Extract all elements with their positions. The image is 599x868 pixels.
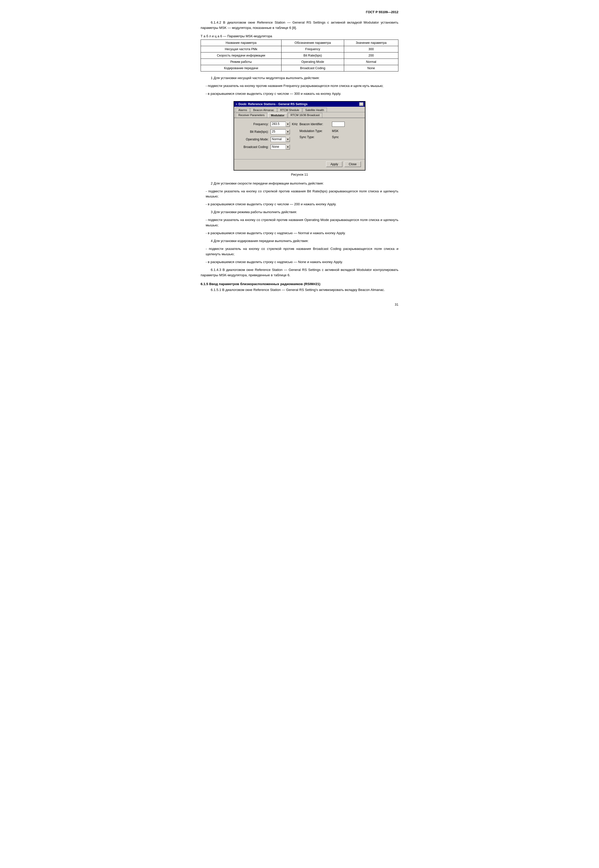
operating-mode-value: Normal — [271, 137, 286, 142]
param-name-2: Скорость передачи информации — [201, 52, 281, 59]
param-code-3: Operating Mode — [281, 59, 344, 65]
broadcast-coding-dropdown-arrow[interactable]: ▼ — [286, 144, 290, 150]
dialog-left-col: Frequency: 283.5 ▼ KHz Bit Rate(bps): 25… — [238, 122, 300, 152]
beacon-id-label: Beacon Identifier: — [300, 122, 330, 126]
tabs-row-1: Alarms Beacon Almanac RTCM Shedule Satel… — [234, 107, 365, 112]
param-name-3: Режим работы — [201, 59, 281, 65]
para1-dash2: - в раскрывшемся списке выделить строку … — [206, 91, 399, 96]
paragraph-2: 2 Для установки скорости передачи информ… — [200, 181, 399, 186]
titlebar-left: ≡ Doob: Reference Stations - General RS … — [236, 102, 308, 106]
dialog-body: Frequency: 283.5 ▼ KHz Bit Rate(bps): 25… — [234, 118, 365, 157]
frequency-label: Frequency: — [238, 122, 269, 126]
param-val-4: None — [344, 65, 398, 71]
dialog-title: Doob: Reference Stations - General RS Se… — [238, 102, 308, 106]
dialog-window: ≡ Doob: Reference Stations - General RS … — [233, 101, 366, 171]
dialog-right-col: Beacon Identifier: Modulation Type: MSK … — [300, 122, 361, 152]
paragraph-5: 6.1.4.3 В диалоговом окне Reference Stat… — [200, 267, 399, 278]
frequency-row: Frequency: 283.5 ▼ KHz — [238, 122, 300, 127]
tab-receiver-parameters[interactable]: Receiver Parameters — [236, 113, 267, 117]
tab-modulator[interactable]: Modulator — [268, 113, 287, 117]
page-number: 31 — [200, 303, 399, 306]
param-code-4: Broadcast Coding — [281, 65, 344, 71]
intro-paragraph: 6.1.4.2 В диалоговом окне Reference Stat… — [200, 20, 399, 31]
sync-type-row: Sync Type: Sync — [300, 135, 361, 139]
tabs-row-2: Receiver Parameters Modulator RTCM 16/36… — [234, 112, 365, 118]
param-name-1: Несущая частота РМк — [201, 46, 281, 52]
modulation-type-value: MSK — [332, 129, 339, 133]
sync-type-label: Sync Type: — [300, 135, 330, 139]
tab-rtcm-broadcast[interactable]: RTCM 16/36 Broadcast — [288, 113, 322, 117]
operating-mode-dropdown-arrow[interactable]: ▼ — [286, 137, 290, 142]
operating-mode-select-group: Normal ▼ — [271, 137, 290, 142]
paragraph-4: 4 Для установки кодирования передачи вып… — [200, 239, 399, 244]
para4-dash1: - подвести указатель на кнопку со стрелк… — [206, 246, 399, 257]
table-row: Несущая частота РМк Frequency 300 — [201, 46, 399, 52]
para2-dash1: - подвести указатель на кнопку со стрелк… — [206, 189, 399, 200]
para4-dash2: - в раскрывшемся списке выделить строку … — [206, 260, 399, 265]
operating-mode-row: Operating Mode: Normal ▼ — [238, 137, 300, 142]
col-header-1: Название параметра — [201, 39, 281, 46]
params-table: Название параметра Обозначение параметра… — [200, 39, 399, 72]
param-val-2: 200 — [344, 52, 398, 59]
table-caption: Т а б л и ц а 6 — Параметры MSK-модулято… — [200, 34, 399, 38]
broadcast-coding-value: None — [271, 144, 286, 150]
para3-dash2: - в раскрывшемся списке выделить строку … — [206, 231, 399, 236]
frequency-value: 283.5 — [271, 122, 286, 127]
para2-dash2: - в раскрывшемся списке выделить строку … — [206, 202, 399, 207]
modulation-type-label: Modulation Type: — [300, 129, 330, 133]
param-code-2: Bit Rate(bps) — [281, 52, 344, 59]
frequency-select-group: 283.5 ▼ — [271, 122, 290, 127]
bit-rate-row: Bit Rate(bps): 25 ▼ — [238, 129, 300, 134]
paragraph-3: 3 Для установки режима работы выполнить … — [200, 210, 399, 215]
dialog-buttons: Apply Close — [234, 159, 365, 170]
tab-beacon-almanac[interactable]: Beacon Almanac — [250, 108, 277, 112]
bit-rate-select-group: 25 ▼ — [271, 129, 290, 134]
figure-caption: Рисунок 11 — [291, 173, 308, 176]
paragraph-1: 1 Для установки несущей частоты модулято… — [200, 75, 399, 81]
dialog-content: Frequency: 283.5 ▼ KHz Bit Rate(bps): 25… — [238, 122, 361, 152]
tab-alarms[interactable]: Alarms — [236, 108, 250, 112]
operating-mode-label: Operating Mode: — [238, 138, 269, 141]
modulation-type-row: Modulation Type: MSK — [300, 129, 361, 133]
paragraph-6: 6.1.5.1 В диалоговом окне Reference Stat… — [200, 287, 399, 293]
section-heading: 6.1.5 Ввод параметров близкорасположенны… — [200, 282, 399, 286]
para3-dash1: - подвести указатель на кнопку со стрелк… — [206, 218, 399, 228]
bit-rate-value: 25 — [271, 129, 286, 134]
param-code-1: Frequency — [281, 46, 344, 52]
col-header-3: Значение параметра — [344, 39, 398, 46]
beacon-id-row: Beacon Identifier: — [300, 122, 361, 127]
close-button[interactable]: Close — [345, 161, 361, 167]
page-header: ГОСТ Р 55109—2012 — [200, 10, 399, 14]
param-name-4: Кодирование передачи — [201, 65, 281, 71]
sync-type-value: Sync — [332, 135, 339, 139]
figure-11: ≡ Doob: Reference Stations - General RS … — [200, 101, 399, 176]
beacon-id-input[interactable] — [332, 122, 345, 127]
param-val-1: 300 — [344, 46, 398, 52]
apply-button[interactable]: Apply — [326, 161, 342, 167]
para1-dash1: - подвести указатель на кнопку против на… — [206, 83, 399, 89]
dialog-icon: ≡ — [236, 102, 237, 106]
tab-rtcm-shedule[interactable]: RTCM Shedule — [277, 108, 302, 112]
broadcast-coding-select-group: None ▼ — [271, 144, 290, 150]
close-icon[interactable]: × — [359, 102, 363, 106]
table-row: Режим работы Operating Mode Normal — [201, 59, 399, 65]
bit-rate-dropdown-arrow[interactable]: ▼ — [286, 129, 290, 134]
broadcast-coding-label: Broadcast Coding: — [238, 145, 269, 149]
bit-rate-label: Bit Rate(bps): — [238, 130, 269, 134]
col-header-2: Обозначение параметра — [281, 39, 344, 46]
tab-satellite-health[interactable]: Satellite Health — [303, 108, 327, 112]
table-row: Кодирование передачи Broadcast Coding No… — [201, 65, 399, 71]
frequency-dropdown-arrow[interactable]: ▼ — [286, 122, 290, 127]
table-row: Скорость передачи информации Bit Rate(bp… — [201, 52, 399, 59]
frequency-unit: KHz — [292, 122, 298, 126]
param-val-3: Normal — [344, 59, 398, 65]
broadcast-coding-row: Broadcast Coding: None ▼ — [238, 144, 300, 150]
dialog-titlebar: ≡ Doob: Reference Stations - General RS … — [234, 102, 365, 107]
